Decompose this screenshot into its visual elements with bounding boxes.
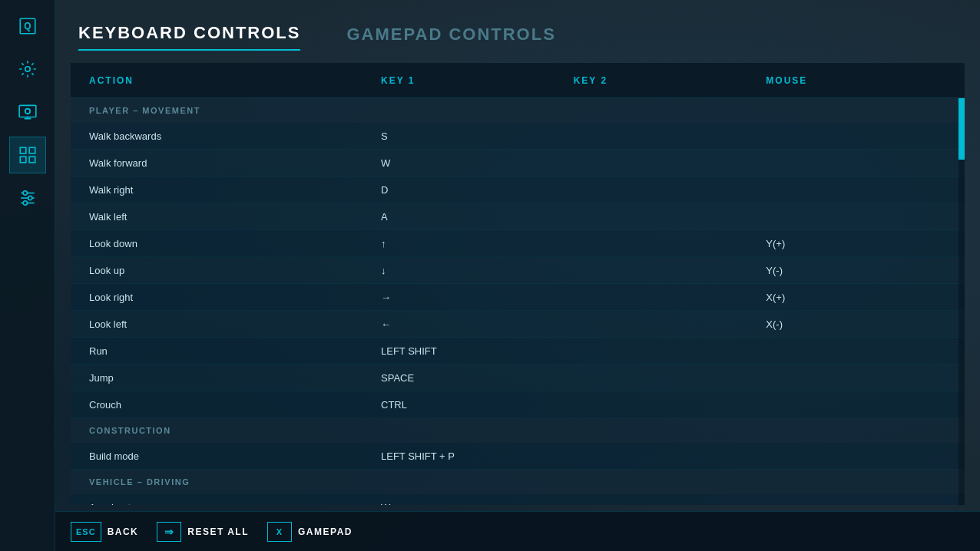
cell-action: Accelerate — [83, 496, 375, 506]
cell-mouse — [760, 345, 952, 357]
cell-action: Look down — [83, 232, 375, 256]
table-row[interactable]: Crouch CTRL — [71, 391, 965, 418]
svg-point-13 — [28, 196, 31, 200]
sidebar-item-q[interactable]: Q — [9, 8, 46, 45]
table-row[interactable]: Look right → X(+) — [71, 284, 965, 311]
cell-key2 — [568, 264, 760, 276]
svg-rect-6 — [29, 147, 35, 153]
q-icon: Q — [18, 16, 38, 36]
cell-mouse — [760, 501, 952, 505]
cell-key2 — [568, 183, 760, 196]
svg-point-2 — [25, 67, 30, 72]
svg-rect-5 — [20, 147, 26, 153]
cell-key1: ↓ — [375, 259, 568, 282]
cell-key2 — [568, 371, 760, 384]
cell-mouse: Y(-) — [760, 259, 952, 282]
cell-action: Run — [83, 339, 375, 363]
display-icon — [18, 102, 38, 122]
cell-mouse — [760, 210, 952, 223]
col-key1: KEY 1 — [375, 66, 568, 95]
grid-icon — [18, 145, 38, 165]
cell-action: Walk right — [83, 178, 375, 202]
cell-key1: LEFT SHIFT — [375, 339, 568, 363]
cell-action: Walk forward — [83, 151, 375, 175]
section-header: CONSTRUCTION — [71, 418, 965, 443]
table-row[interactable]: Walk left A — [71, 203, 965, 230]
cell-key2 — [568, 398, 760, 411]
svg-point-12 — [23, 191, 27, 195]
cell-key2 — [568, 450, 760, 462]
cell-key2 — [568, 345, 760, 357]
sidebar-item-settings[interactable] — [9, 51, 46, 87]
section-header: VEHICLE – DRIVING — [71, 470, 965, 494]
table-row[interactable]: Look left ← X(-) — [71, 311, 965, 338]
cell-action: Look right — [83, 285, 375, 309]
tab-keyboard[interactable]: KEYBOARD CONTROLS — [78, 23, 300, 51]
section-header: PLAYER – MOVEMENT — [71, 98, 965, 123]
table-header: ACTION KEY 1 KEY 2 MOUSE — [71, 63, 965, 98]
cell-key1: ↑ — [375, 232, 568, 256]
table-row[interactable]: Build mode LEFT SHIFT + P — [71, 443, 965, 470]
cell-key2 — [568, 501, 760, 505]
cell-key1: ← — [375, 312, 568, 336]
table-row[interactable]: Walk right D — [71, 177, 965, 203]
table-row[interactable]: Walk forward W — [71, 150, 965, 177]
sidebar-item-grid[interactable] — [9, 137, 46, 173]
cell-key1: LEFT SHIFT + P — [375, 444, 568, 468]
cell-key1: SPACE — [375, 366, 568, 390]
svg-rect-8 — [29, 157, 35, 163]
cell-key1: CTRL — [375, 393, 568, 417]
svg-rect-7 — [20, 157, 26, 163]
sidebar-item-display[interactable] — [9, 94, 46, 130]
cell-mouse — [760, 398, 952, 411]
sidebar-item-sliders[interactable] — [9, 180, 46, 216]
table-row[interactable]: Accelerate W — [71, 494, 965, 505]
cell-action: Look up — [83, 259, 375, 282]
main-content: KEYBOARD CONTROLS GAMEPAD CONTROLS ACTIO… — [55, 0, 980, 551]
table-row[interactable]: Walk backwards S — [71, 123, 965, 150]
cell-key1: A — [375, 205, 568, 229]
table-row[interactable]: Jump SPACE — [71, 365, 965, 391]
cell-action: Jump — [83, 366, 375, 390]
scrollbar-track[interactable] — [958, 98, 965, 505]
section-title: PLAYER – MOVEMENT — [83, 100, 375, 121]
cell-mouse: X(-) — [760, 312, 952, 336]
controls-area: ACTION KEY 1 KEY 2 MOUSE PLAYER – MOVEME… — [71, 63, 965, 505]
cell-mouse — [760, 450, 952, 462]
cell-action: Look left — [83, 312, 375, 336]
cell-action: Crouch — [83, 393, 375, 417]
cell-key2 — [568, 210, 760, 223]
svg-point-14 — [23, 201, 27, 205]
cell-mouse: Y(+) — [760, 232, 952, 256]
gear-icon — [18, 59, 38, 79]
sidebar: Q — [0, 0, 55, 551]
cell-key2 — [568, 237, 760, 249]
table-row[interactable]: Look down ↑ Y(+) — [71, 230, 965, 257]
cell-key1: S — [375, 124, 568, 148]
tabs-header: KEYBOARD CONTROLS GAMEPAD CONTROLS — [55, 0, 980, 51]
cell-key1: → — [375, 285, 568, 309]
cell-mouse — [760, 130, 952, 142]
section-title: CONSTRUCTION — [83, 420, 375, 441]
cell-action: Walk left — [83, 205, 375, 229]
section-title: VEHICLE – DRIVING — [83, 471, 375, 493]
svg-rect-3 — [19, 105, 36, 117]
scrollbar-thumb[interactable] — [958, 98, 965, 160]
page-wrapper: Q — [0, 0, 980, 551]
table-row[interactable]: Run LEFT SHIFT — [71, 338, 965, 365]
svg-text:Q: Q — [24, 21, 31, 31]
cell-action: Walk backwards — [83, 124, 375, 148]
cell-key2 — [568, 157, 760, 169]
table-row[interactable]: Look up ↓ Y(-) — [71, 257, 965, 284]
cell-mouse — [760, 157, 952, 169]
col-action: ACTION — [83, 66, 375, 95]
sliders-icon — [18, 188, 38, 208]
tab-gamepad[interactable]: GAMEPAD CONTROLS — [346, 25, 555, 51]
cell-key1: W — [375, 151, 568, 175]
col-key2: KEY 2 — [568, 66, 760, 95]
cell-mouse: X(+) — [760, 285, 952, 309]
table-body: PLAYER – MOVEMENT Walk backwards S Walk … — [71, 98, 965, 505]
cell-key1: D — [375, 178, 568, 202]
cell-mouse — [760, 371, 952, 384]
cell-key1: W — [375, 496, 568, 506]
